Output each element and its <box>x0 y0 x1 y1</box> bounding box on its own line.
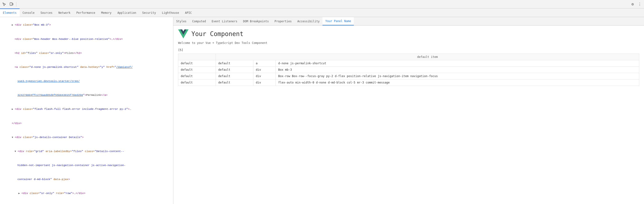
html-line[interactable]: vue3-typescript-devtools-starter/tree/ <box>0 74 173 88</box>
right-tab-computed[interactable]: Computed <box>189 17 209 25</box>
table-cell: a <box>253 60 276 67</box>
svg-rect-1 <box>12 3 13 5</box>
table-cell: default <box>178 79 216 86</box>
html-line[interactable]: 324278804ffc279aad05d9f55b843915f78ed2b8… <box>0 88 173 102</box>
tab-application[interactable]: Application <box>114 8 139 17</box>
devtools-toolbar: ⚙ ⋮ <box>0 0 644 8</box>
table-row: defaultdefaultad-none js-permalink-short… <box>178 60 639 67</box>
table-cell: default <box>216 60 253 67</box>
tab-elements[interactable]: Elements <box>0 8 20 17</box>
html-line[interactable]: ▶ <div class="sr-only" role="row">…</div… <box>0 187 173 201</box>
more-options-icon[interactable]: ⋮ <box>636 1 643 7</box>
table-cell: Box-row Box-row--focus-gray py-2 d-flex … <box>276 73 639 79</box>
cursor-icon[interactable] <box>1 1 8 7</box>
right-tab-your-panel[interactable]: Your Panel Name <box>322 17 354 25</box>
right-tab-event-listeners[interactable]: Event Listeners <box>209 17 240 25</box>
table-cell: default <box>178 60 216 67</box>
table-header-col1 <box>178 54 216 60</box>
html-line[interactable]: ▶ <div class="flash flash-full flash-err… <box>0 102 173 116</box>
vue-component-header: Your Component <box>178 29 639 38</box>
svg-rect-0 <box>10 2 12 5</box>
html-line[interactable]: ▼ <div role="grid" aria-labelledby="file… <box>0 145 173 159</box>
html-line[interactable]: ▼ <div class="js-details-container Detai… <box>0 130 173 144</box>
html-line[interactable]: hidden-not-important js-navigation-conta… <box>0 159 173 173</box>
device-toggle-icon[interactable] <box>8 1 15 7</box>
table-cell: div <box>253 79 276 86</box>
toolbar-divider <box>16 2 16 7</box>
html-line[interactable]: ▶ <div class="Box mb-3"> <box>0 18 173 32</box>
html-line[interactable]: <h2 id="files" class="sr-only">Files</h2… <box>0 46 173 60</box>
table-cell: div <box>253 73 276 79</box>
table-header-default-item: default item <box>216 54 639 60</box>
right-tab-properties[interactable]: Properties <box>272 17 294 25</box>
right-tabs: Styles Computed Event Listeners DOM Brea… <box>173 17 644 26</box>
devtools-body: ▶ <div class="Box mb-3"> <div class="Box… <box>0 17 644 204</box>
tab-console[interactable]: Console <box>20 8 38 17</box>
tab-performance[interactable]: Performance <box>74 8 98 17</box>
elements-panel[interactable]: ▶ <div class="Box mb-3"> <div class="Box… <box>0 17 173 204</box>
component-subtitle: Welcome to your Vue + TypeScript Dev Too… <box>178 41 639 45</box>
table-row: defaultdefaultdivBox-row Box-row--focus-… <box>178 73 639 79</box>
component-data-table: default item defaultdefaultad-none js-pe… <box>178 54 639 86</box>
table-cell: default <box>216 79 253 86</box>
right-tab-styles[interactable]: Styles <box>173 17 189 25</box>
html-line[interactable]: <div class="Box-header Box-header--blue … <box>0 32 173 46</box>
table-row: defaultdefaultdivflex-auto min-width-0 d… <box>178 79 639 86</box>
tab-sources[interactable]: Sources <box>38 8 56 17</box>
component-title: Your Component <box>192 30 244 37</box>
main-tabs: Elements Console Sources Network Perform… <box>0 8 644 17</box>
tab-security[interactable]: Security <box>140 8 159 17</box>
table-cell: div <box>253 67 276 73</box>
table-row: defaultdefaultdivBox mb-3 <box>178 67 639 73</box>
right-panel-content: Your Component Welcome to your Vue + Typ… <box>173 26 644 204</box>
html-line[interactable]: ▼ <div role="row" class="Box-row Box-row… <box>0 201 173 204</box>
array-count: [5] <box>178 48 639 52</box>
table-cell: default <box>178 73 216 79</box>
tab-apic[interactable]: APIC <box>182 8 195 17</box>
table-cell: default <box>216 73 253 79</box>
table-cell: d-none js-permalink-shortcut <box>276 60 639 67</box>
settings-icon[interactable]: ⚙ <box>629 1 636 7</box>
html-line[interactable]: <a class="d-none js-permalink-shortcut" … <box>0 60 173 74</box>
html-line[interactable]: container d-md-block" data-pjax> <box>0 173 173 187</box>
html-line[interactable]: </div> <box>0 116 173 130</box>
table-cell: Box mb-3 <box>276 67 639 73</box>
right-tab-dom-breakpoints[interactable]: DOM Breakpoints <box>240 17 272 25</box>
tab-memory[interactable]: Memory <box>98 8 114 17</box>
right-tab-accessibility[interactable]: Accessibility <box>294 17 322 25</box>
table-cell: default <box>216 67 253 73</box>
table-cell: default <box>178 67 216 73</box>
right-panel: Styles Computed Event Listeners DOM Brea… <box>173 17 644 204</box>
table-cell: flex-auto min-width-0 d-none d-md-block … <box>276 79 639 86</box>
tab-lighthouse[interactable]: Lighthouse <box>159 8 182 17</box>
tab-network[interactable]: Network <box>56 8 74 17</box>
vue-logo-icon <box>178 29 188 38</box>
